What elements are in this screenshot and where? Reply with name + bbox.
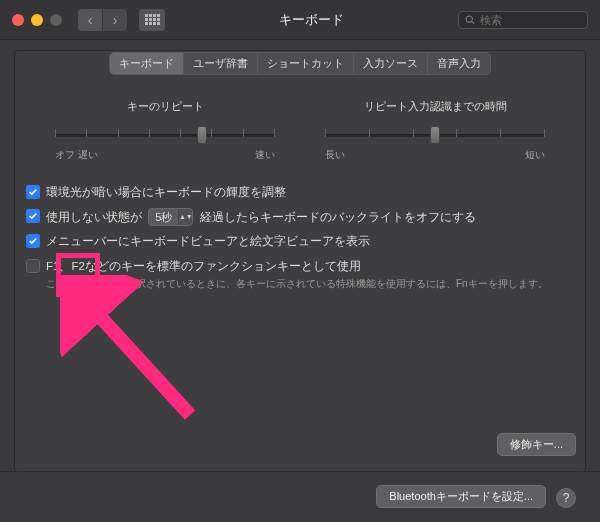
help-button[interactable]: ? [556, 488, 576, 508]
delay-thumb[interactable] [430, 126, 440, 144]
tab-bar: キーボードユーザ辞書ショートカット入力ソース音声入力 [0, 52, 600, 75]
forward-button: › [103, 9, 127, 31]
tab-4[interactable]: 音声入力 [428, 53, 490, 74]
backlight-timeout-select[interactable]: 5秒 ▲▼ [148, 208, 193, 226]
show-all-button[interactable] [139, 9, 165, 31]
check-icon [28, 211, 38, 221]
bluetooth-keyboard-button[interactable]: Bluetoothキーボードを設定... [376, 485, 546, 508]
fn-keys-hint: このオプションが選択されているときに、各キーに示されている特殊機能を使用するには… [46, 277, 574, 291]
stepper-icon: ▲▼ [178, 209, 192, 225]
zoom-window-button [50, 14, 62, 26]
delay-slider-group: リピート入力認識までの時間 長い 短い [325, 99, 545, 162]
fn-keys-checkbox[interactable] [26, 259, 40, 273]
check-icon [28, 187, 38, 197]
show-viewers-checkbox[interactable] [26, 234, 40, 248]
back-button[interactable]: ‹ [78, 9, 102, 31]
titlebar: ‹ › キーボード [0, 0, 600, 40]
delay-label: リピート入力認識までの時間 [364, 99, 507, 114]
tab-1[interactable]: ユーザ辞書 [184, 53, 258, 74]
adjust-brightness-checkbox[interactable] [26, 185, 40, 199]
minimize-window-button[interactable] [31, 14, 43, 26]
search-field[interactable] [458, 11, 588, 29]
check-icon [28, 236, 38, 246]
tab-2[interactable]: ショートカット [258, 53, 354, 74]
window-title: キーボード [173, 11, 450, 29]
delay-slider[interactable] [325, 126, 545, 144]
backlight-off-checkbox[interactable] [26, 209, 40, 223]
search-icon [465, 14, 476, 26]
show-viewers-label: メニューバーにキーボードビューアと絵文字ビューアを表示 [46, 233, 370, 250]
close-window-button[interactable] [12, 14, 24, 26]
key-repeat-thumb[interactable] [197, 126, 207, 144]
svg-line-0 [84, 299, 190, 415]
tab-3[interactable]: 入力ソース [354, 53, 428, 74]
traffic-lights [12, 14, 62, 26]
adjust-brightness-label: 環境光が暗い場合にキーボードの輝度を調整 [46, 184, 286, 201]
modifier-keys-button[interactable]: 修飾キー... [497, 433, 576, 456]
grid-icon [145, 14, 160, 25]
key-repeat-label: キーのリピート [127, 99, 204, 114]
tab-0[interactable]: キーボード [110, 53, 184, 74]
search-input[interactable] [480, 14, 582, 26]
key-repeat-slider[interactable] [55, 126, 275, 144]
fn-keys-label: F1、F2などのキーを標準のファンクションキーとして使用 [46, 258, 361, 275]
key-repeat-slider-group: キーのリピート オフ 遅い 速い [55, 99, 275, 162]
annotation-arrow [60, 275, 220, 435]
